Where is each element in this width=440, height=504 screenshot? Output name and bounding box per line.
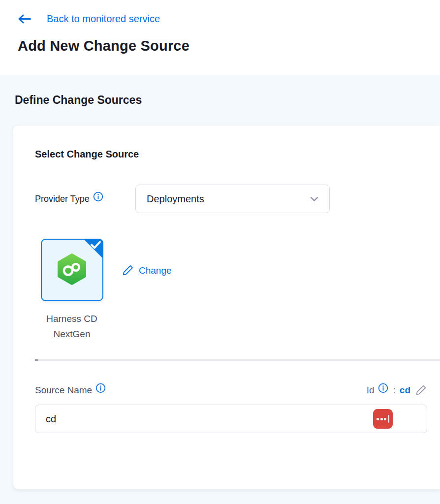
source-name-row: Source Name Id bbox=[35, 384, 427, 396]
provider-name-caption: Harness CD NextGen bbox=[35, 311, 109, 342]
id-separator: : bbox=[393, 385, 396, 396]
provider-tile-row: Harness CD NextGen Change bbox=[35, 239, 427, 342]
change-provider-button[interactable]: Change bbox=[122, 264, 172, 278]
info-icon[interactable] bbox=[95, 383, 106, 393]
password-manager-autofill-icon[interactable] bbox=[373, 409, 393, 429]
chevron-down-icon bbox=[310, 196, 318, 202]
id-label: Id bbox=[367, 385, 375, 396]
provider-type-label: Provider Type bbox=[35, 194, 90, 204]
provider-type-dropdown[interactable]: Deployments bbox=[135, 185, 330, 213]
cursor-bar bbox=[388, 415, 389, 423]
back-link[interactable]: Back to monitored service bbox=[17, 13, 160, 25]
provider-tile-column: Harness CD NextGen bbox=[35, 239, 109, 342]
provider-type-label-wrap: Provider Type bbox=[35, 194, 135, 204]
page-title: Add New Change Source bbox=[18, 37, 440, 54]
back-link-label: Back to monitored service bbox=[47, 13, 160, 25]
divider bbox=[35, 359, 440, 361]
provider-type-row: Provider Type Deployments bbox=[35, 185, 427, 213]
edit-id-button[interactable] bbox=[415, 384, 427, 397]
pencil-icon bbox=[122, 264, 134, 278]
section-heading: Define Change Sources bbox=[15, 93, 440, 107]
source-name-input-wrap bbox=[35, 405, 427, 433]
add-change-source-page: Back to monitored service Add New Change… bbox=[0, 0, 440, 504]
change-label: Change bbox=[139, 265, 172, 276]
pencil-icon bbox=[415, 384, 427, 397]
source-name-label-wrap: Source Name bbox=[35, 385, 106, 396]
selected-corner-badge bbox=[81, 239, 103, 263]
identifier-wrap: Id : cd bbox=[367, 384, 427, 397]
back-arrow-icon bbox=[17, 13, 31, 25]
define-change-sources-section: Define Change Sources Select Change Sour… bbox=[0, 75, 440, 504]
info-icon[interactable] bbox=[93, 191, 103, 202]
source-name-label: Source Name bbox=[35, 385, 92, 396]
info-icon[interactable] bbox=[378, 383, 388, 393]
provider-tile-harness-cd-nextgen[interactable] bbox=[41, 239, 103, 301]
dot bbox=[380, 418, 383, 420]
dot bbox=[377, 418, 379, 420]
provider-type-selected-value: Deployments bbox=[147, 193, 310, 205]
id-value: cd bbox=[400, 385, 410, 396]
dot bbox=[384, 418, 386, 420]
change-source-card: Select Change Source Provider Type Deplo… bbox=[13, 126, 440, 489]
card-heading: Select Change Source bbox=[35, 148, 427, 160]
source-name-input[interactable] bbox=[35, 405, 427, 433]
page-header: Back to monitored service Add New Change… bbox=[0, 0, 440, 75]
